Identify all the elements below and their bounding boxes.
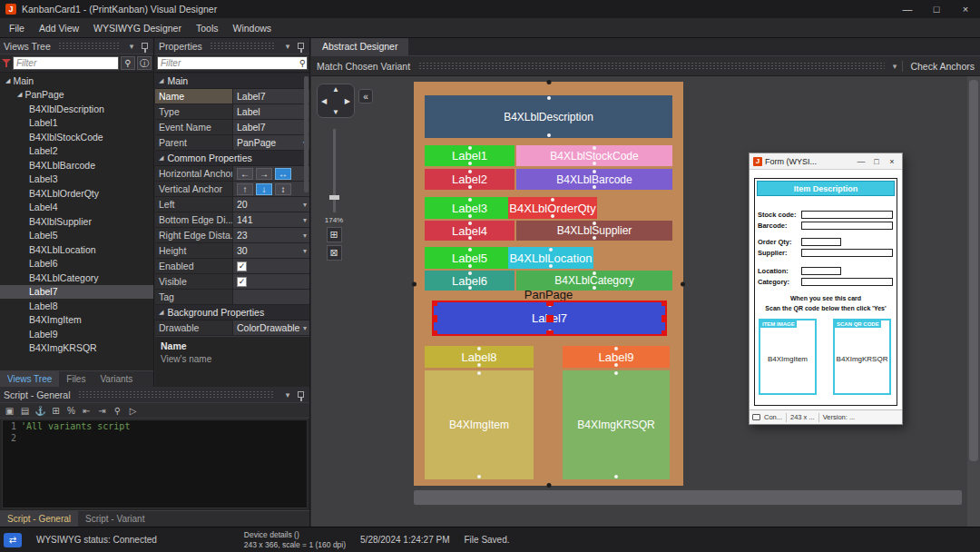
dropdown-caret-icon[interactable]: ▾ — [303, 324, 307, 332]
drag-handle[interactable] — [78, 390, 275, 399]
canvas-view-label4[interactable]: Label4 — [425, 221, 514, 241]
dropdown-caret-icon[interactable]: ▾ — [303, 232, 307, 240]
anchor-icon[interactable]: ⚓ — [34, 406, 46, 416]
tree-item-b4ximgitem[interactable]: B4XImgItem — [0, 313, 153, 328]
property-row-visible[interactable]: Visible✓ — [155, 274, 309, 290]
tree-item-b4xlbldescription[interactable]: B4XlblDescription — [0, 102, 153, 116]
nav-up-icon[interactable]: ▲ — [332, 85, 339, 94]
section-collapse-icon[interactable]: ◢ — [159, 77, 163, 84]
bridge-connection-icon[interactable]: ⇄ — [4, 533, 22, 547]
property-row-right-edge-dista[interactable]: Right Edge Dista...23▾ — [155, 228, 309, 243]
selection-handle[interactable] — [546, 330, 554, 334]
tree-item-main[interactable]: ◢Main — [0, 74, 153, 88]
property-row-bottom-edge-di[interactable]: Bottom Edge Di...141▾ — [155, 212, 309, 228]
anchor-bottom-icon[interactable]: ↓ — [256, 183, 272, 195]
duplicate-icon[interactable]: ▣ — [4, 406, 15, 416]
checkbox-icon[interactable]: ✓ — [237, 277, 247, 287]
check-anchors-button[interactable]: Check Anchors — [902, 61, 975, 72]
maximize-button[interactable]: □ — [922, 0, 951, 18]
properties-filter-input[interactable] — [157, 56, 308, 70]
panpage-anchor-dot[interactable] — [681, 281, 685, 286]
drag-handle[interactable] — [58, 42, 119, 50]
collapse-panel-button[interactable]: « — [358, 89, 373, 104]
selection-handle[interactable] — [662, 315, 665, 322]
selection-handle[interactable] — [434, 330, 437, 334]
tab-abstract-designer[interactable]: Abstract Designer — [311, 38, 408, 55]
canvas-panpage[interactable]: PanPage B4XLblDescriptionLabel1B4XLblSto… — [414, 82, 683, 486]
tree-item-panpage[interactable]: ◢PanPage — [0, 88, 153, 103]
canvas-view-b4ximgitem[interactable]: B4XImgItem — [425, 370, 534, 479]
preview-window[interactable]: J Form (WYSI... — □ × Item Description S… — [749, 153, 903, 425]
property-value[interactable]: 23▾ — [233, 228, 309, 242]
panpage-anchor-dot[interactable] — [546, 483, 551, 488]
canvas-view-label2[interactable]: Label2 — [425, 169, 514, 190]
property-value[interactable]: 141▾ — [233, 212, 309, 227]
property-value[interactable]: Label7 — [233, 89, 309, 104]
canvas-navpad[interactable]: ▲ ▼ ◀ ▶ — [317, 84, 355, 118]
zoom-slider[interactable] — [333, 129, 336, 212]
search-icon[interactable]: ⚲ — [121, 56, 135, 70]
views-tree-header[interactable]: Views Tree ▾ — [0, 38, 153, 54]
menu-item-add-view[interactable]: Add View — [32, 20, 86, 36]
menu-item-file[interactable]: File — [2, 20, 32, 36]
property-section-main[interactable]: ◢Main — [155, 74, 309, 89]
outdent-icon[interactable]: ⇤ — [81, 406, 93, 416]
chevron-down-icon[interactable]: ▾ — [893, 62, 897, 71]
property-section-background-properties[interactable]: ◢Background Properties — [155, 305, 309, 320]
drag-handle[interactable] — [210, 42, 275, 50]
canvas-view-label5[interactable]: Label5 — [425, 247, 514, 269]
property-value[interactable]: Label — [233, 104, 309, 119]
property-row-parent[interactable]: ParentPanPage▾ — [155, 135, 309, 151]
checkbox-icon[interactable]: ✓ — [237, 261, 247, 271]
tree-item-b4xlblsupplier[interactable]: B4XlblSupplier — [0, 214, 153, 229]
property-value[interactable]: Label7 — [233, 120, 309, 134]
properties-scrollbar[interactable] — [304, 76, 309, 192]
zoom-slider-thumb[interactable] — [329, 195, 339, 200]
tree-item-label8[interactable]: Label8 — [0, 299, 153, 313]
selection-handle[interactable] — [434, 315, 437, 322]
anchor-both-vertical-icon[interactable]: ↕ — [275, 183, 291, 195]
canvas-view-b4xlbldescription[interactable]: B4XLblDescription — [425, 95, 672, 138]
tree-item-b4xlblstockcode[interactable]: B4XlblStockCode — [0, 130, 153, 144]
minimize-button[interactable]: — — [855, 157, 867, 166]
variant-combobox[interactable]: Match Chosen Variant ▾ — [317, 61, 897, 72]
designer-canvas[interactable]: ▲ ▼ ◀ ▶ « 174% ⊞ ⊠ PanPage B4XLblDescrip… — [311, 76, 980, 527]
tree-item-label7[interactable]: Label7 — [0, 285, 153, 300]
grid-toggle-button[interactable]: ⊞ — [327, 227, 342, 242]
property-value[interactable]: 20▾ — [233, 197, 309, 212]
property-section-common-properties[interactable]: ◢Common Properties — [155, 151, 309, 166]
anchor-right-icon[interactable]: → — [256, 168, 272, 180]
canvas-view-b4xlblsupplier[interactable]: B4XLblSupplier — [516, 221, 672, 241]
tab-views-tree[interactable]: Views Tree — [0, 371, 59, 387]
preview-field-input[interactable] — [801, 278, 893, 286]
canvas-view-label3[interactable]: Label3 — [425, 197, 514, 219]
nav-left-icon[interactable]: ◀ — [321, 97, 327, 105]
panpage-anchor-dot[interactable] — [412, 281, 416, 286]
properties-header[interactable]: Properties ▾ — [155, 38, 309, 54]
tree-expand-icon[interactable]: ◢ — [17, 91, 22, 98]
chevron-down-icon[interactable]: ▾ — [126, 42, 137, 51]
vertical-scrollbar[interactable] — [967, 76, 980, 527]
canvas-view-label8[interactable]: Label8 — [425, 346, 534, 368]
canvas-view-label6[interactable]: Label6 — [425, 271, 514, 291]
canvas-view-b4xlblcategory[interactable]: B4XLblCategory — [516, 271, 672, 291]
grid-icon[interactable]: ⊞ — [50, 406, 62, 416]
property-row-type[interactable]: TypeLabel — [155, 104, 309, 120]
menu-item-wysiwyg-designer[interactable]: WYSIWYG Designer — [86, 20, 189, 36]
dropdown-caret-icon[interactable]: ▾ — [303, 201, 307, 209]
tab-script-general[interactable]: Script - General — [0, 511, 78, 527]
selection-handle[interactable] — [546, 302, 554, 306]
property-value[interactable]: ColorDrawable▾ — [233, 320, 309, 335]
views-filter-input[interactable] — [13, 56, 119, 70]
info-icon[interactable]: ⓘ — [137, 56, 152, 70]
preview-field-input[interactable] — [801, 267, 841, 275]
tab-script-variant[interactable]: Script - Variant — [78, 511, 152, 527]
canvas-view-label9[interactable]: Label9 — [563, 346, 670, 368]
preview-field-input[interactable] — [801, 211, 893, 219]
preview-field-input[interactable] — [801, 222, 893, 230]
canvas-view-b4xlblstockcode[interactable]: B4XLblStockCode — [516, 145, 672, 166]
anchor-both-horizontal-icon[interactable]: ↔ — [275, 168, 291, 180]
preview-field-input[interactable] — [801, 238, 841, 246]
tree-item-b4xlblcategory[interactable]: B4XLblCategory — [0, 271, 153, 285]
section-collapse-icon[interactable]: ◢ — [159, 154, 163, 162]
